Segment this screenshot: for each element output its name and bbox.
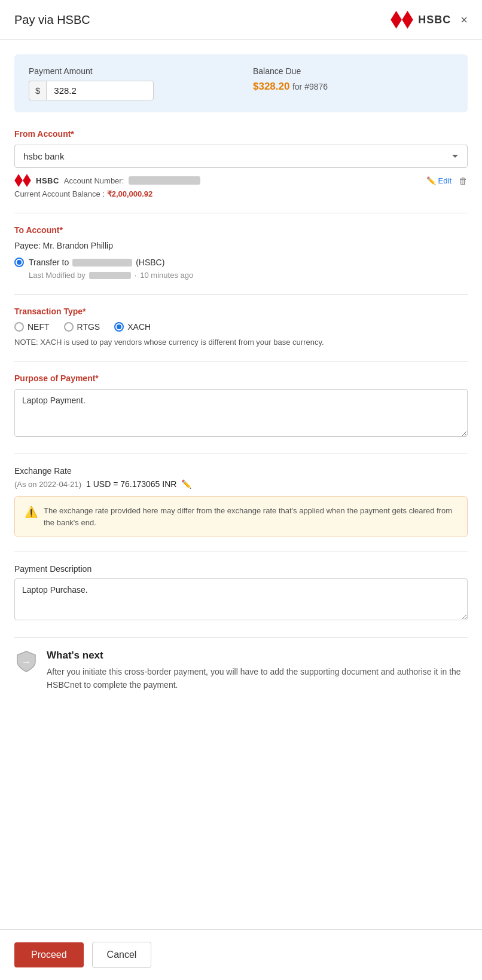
rtgs-radio[interactable] bbox=[64, 322, 74, 332]
from-account-select[interactable]: hsbc bank bbox=[14, 145, 468, 168]
exchange-rate-edit-icon[interactable]: ✏️ bbox=[181, 479, 191, 489]
hsbc-diamond-icon bbox=[391, 11, 413, 29]
payee-label: Payee: bbox=[14, 241, 41, 250]
whats-next-content: What's next After you initiate this cros… bbox=[47, 650, 468, 692]
xach-note: NOTE: XACH is used to pay vendors whose … bbox=[14, 338, 468, 347]
whats-next-section: → What's next After you initiate this cr… bbox=[14, 650, 468, 692]
purpose-of-payment-title: Purpose of Payment* bbox=[14, 373, 468, 383]
transfer-suffix: (HSBC) bbox=[136, 258, 164, 267]
amount-input[interactable] bbox=[46, 81, 154, 100]
last-modified-time: · bbox=[135, 271, 137, 280]
exchange-rate-warning: ⚠️ The exchange rate provided here may d… bbox=[14, 496, 468, 537]
divider-1 bbox=[14, 213, 468, 213]
edit-label: Edit bbox=[438, 176, 452, 185]
whats-next-text: After you initiate this cross-border pay… bbox=[47, 665, 468, 692]
exchange-rate-text: 1 USD = 76.173065 INR bbox=[86, 479, 176, 489]
exchange-rate-value: (As on 2022-04-21) 1 USD = 76.173065 INR… bbox=[14, 479, 468, 489]
payment-description-section: Payment Description Laptop Purchase. bbox=[14, 564, 468, 623]
account-actions: ✏️ Edit 🗑 bbox=[426, 176, 468, 186]
balance-due-section: Balance Due $328.20 for #9876 bbox=[253, 66, 453, 93]
divider-2 bbox=[14, 294, 468, 295]
hsbc-logo: HSBC bbox=[391, 11, 451, 29]
header-right: HSBC × bbox=[391, 11, 468, 29]
modal-footer: Proceed Cancel bbox=[0, 929, 482, 980]
neft-radio[interactable] bbox=[14, 322, 24, 332]
transfer-account-blurred bbox=[72, 259, 132, 267]
rtgs-option[interactable]: RTGS bbox=[64, 322, 100, 332]
from-account-title: From Account* bbox=[14, 129, 468, 139]
last-modified-duration: 10 minutes ago bbox=[140, 271, 193, 280]
rtgs-label: RTGS bbox=[77, 322, 100, 332]
transfer-radio[interactable] bbox=[14, 258, 24, 267]
payee-name: Mr. Brandon Phillip bbox=[42, 241, 113, 250]
xach-radio-dot bbox=[117, 324, 121, 329]
neft-label: NEFT bbox=[28, 322, 50, 332]
xach-option[interactable]: XACH bbox=[114, 322, 151, 332]
account-number-label: Account Number: bbox=[64, 176, 124, 185]
to-account-title: To Account* bbox=[14, 225, 468, 235]
balance-amount: $328.20 bbox=[253, 81, 289, 92]
xach-label: XACH bbox=[127, 322, 151, 332]
modal-title: Pay via HSBC bbox=[14, 13, 90, 27]
balance-row: Current Account Balance : ₹2,00,000.92 bbox=[14, 189, 468, 198]
from-account-section: From Account* hsbc bank HSBC Account Num… bbox=[14, 129, 468, 198]
divider-4 bbox=[14, 454, 468, 454]
pencil-icon: ✏️ bbox=[426, 176, 436, 185]
delete-icon[interactable]: 🗑 bbox=[459, 176, 468, 186]
whats-next-title: What's next bbox=[47, 650, 468, 662]
transfer-row: Transfer to (HSBC) bbox=[14, 258, 468, 267]
last-modified-row: Last Modified by · 10 minutes ago bbox=[29, 271, 468, 280]
exchange-rate-label: Exchange Rate bbox=[14, 466, 468, 476]
currency-symbol: $ bbox=[29, 81, 46, 100]
exchange-rate-date: (As on 2022-04-21) bbox=[14, 480, 81, 489]
purpose-textarea[interactable]: Laptop Payment. bbox=[14, 389, 468, 437]
payment-summary: Payment Amount $ Balance Due $328.20 for… bbox=[14, 54, 468, 112]
account-info-left: HSBC Account Number: bbox=[14, 174, 420, 187]
hsbc-mini-text: HSBC bbox=[36, 176, 59, 185]
balance-due-value: $328.20 for #9876 bbox=[253, 81, 453, 93]
transaction-type-title: Transaction Type* bbox=[14, 307, 468, 316]
payee-row: Payee: Mr. Brandon Phillip bbox=[14, 241, 468, 250]
xach-radio[interactable] bbox=[114, 322, 124, 332]
neft-option[interactable]: NEFT bbox=[14, 322, 50, 332]
warning-text: The exchange rate provided here may diff… bbox=[44, 505, 457, 528]
modal-header: Pay via HSBC HSBC × bbox=[0, 0, 482, 40]
balance-ref: for #9876 bbox=[292, 82, 328, 91]
account-info: HSBC Account Number: ✏️ Edit 🗑 bbox=[14, 174, 468, 187]
modal-body: Payment Amount $ Balance Due $328.20 for… bbox=[0, 40, 482, 929]
hsbc-text: HSBC bbox=[418, 14, 451, 26]
balance-value: ₹2,00,000.92 bbox=[107, 189, 153, 198]
transfer-label: Transfer to (HSBC) bbox=[29, 258, 164, 267]
transaction-type-section: Transaction Type* NEFT RTGS XACH NOTE: bbox=[14, 307, 468, 347]
amount-input-row: $ bbox=[29, 81, 229, 100]
transaction-type-row: NEFT RTGS XACH bbox=[14, 322, 468, 332]
purpose-of-payment-section: Purpose of Payment* Laptop Payment. bbox=[14, 373, 468, 439]
payment-amount-section: Payment Amount $ bbox=[29, 66, 229, 100]
payment-description-label: Payment Description bbox=[14, 564, 468, 574]
payment-amount-label: Payment Amount bbox=[29, 66, 229, 76]
modal-container: Pay via HSBC HSBC × Payment Amount $ bbox=[0, 0, 482, 980]
balance-due-label: Balance Due bbox=[253, 66, 453, 76]
whats-next-icon: → bbox=[14, 650, 38, 678]
account-number-blurred bbox=[129, 176, 200, 185]
svg-text:→: → bbox=[22, 657, 31, 667]
balance-label: Current Account Balance : bbox=[14, 189, 105, 198]
payment-description-textarea[interactable]: Laptop Purchase. bbox=[14, 578, 468, 620]
shield-icon: → bbox=[14, 650, 38, 673]
edit-account-link[interactable]: ✏️ Edit bbox=[426, 176, 452, 185]
cancel-button[interactable]: Cancel bbox=[92, 942, 152, 968]
radio-dot bbox=[17, 260, 22, 265]
modifier-name-blurred bbox=[89, 272, 131, 279]
warning-icon: ⚠️ bbox=[25, 506, 38, 519]
last-modified-label: Last Modified by bbox=[29, 271, 86, 280]
hsbc-mini-logo-icon bbox=[14, 174, 31, 187]
exchange-rate-section: Exchange Rate (As on 2022-04-21) 1 USD =… bbox=[14, 466, 468, 537]
divider-6 bbox=[14, 637, 468, 638]
transfer-prefix: Transfer to bbox=[29, 258, 69, 267]
divider-3 bbox=[14, 361, 468, 362]
divider-5 bbox=[14, 552, 468, 552]
close-button[interactable]: × bbox=[460, 14, 468, 26]
proceed-button[interactable]: Proceed bbox=[14, 942, 84, 967]
to-account-section: To Account* Payee: Mr. Brandon Phillip T… bbox=[14, 225, 468, 280]
